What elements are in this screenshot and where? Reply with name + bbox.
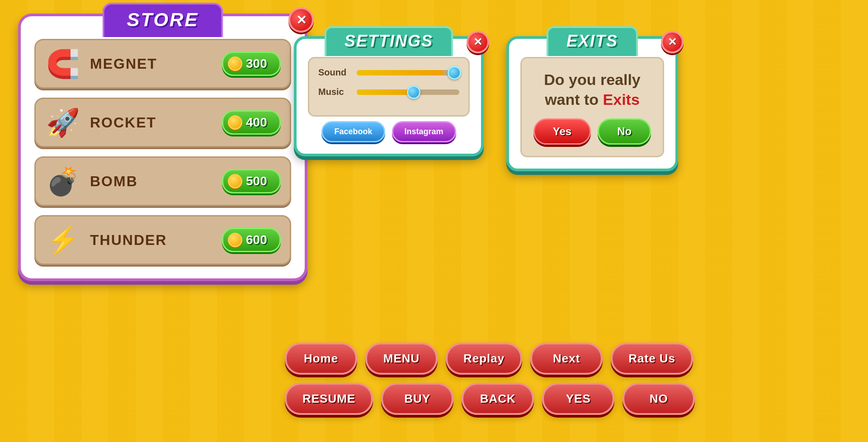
megnet-icon: 🧲 [45,46,81,82]
settings-title: SETTiNGS [344,32,433,50]
exits-action-buttons: Yes No [531,118,654,145]
bottom-row-2: RESUME BUY BACK YES NO [285,383,695,415]
settings-social-buttons: Facebook Instagram [308,121,470,142]
rocket-label: ROCKET [90,114,213,131]
store-item-thunder[interactable]: ⚡ THUNDER 600 [34,215,291,265]
coin-icon-bomb [228,174,242,188]
facebook-button[interactable]: Facebook [321,121,385,142]
exits-message: Do you really want to Exits [531,70,654,109]
store-item-bomb[interactable]: 💣 BOMB 500 [34,156,291,206]
sound-slider-fill [357,70,444,75]
yes-button[interactable]: YES [542,383,614,415]
no-button[interactable]: NO [623,383,695,415]
store-items-list: 🧲 MEGNET 300 🚀 ROCKET 400 💣 BOMB 500 [34,39,291,265]
settings-close-button[interactable]: ✕ [467,31,489,53]
thunder-label: THUNDER [90,232,213,249]
sound-slider-row: Sound [318,67,459,78]
exits-message-highlight: Exits [603,91,640,108]
rocket-icon: 🚀 [45,104,81,141]
bomb-label: BOMB [90,173,213,190]
exits-title-wrap: EXiTS [547,26,638,56]
exits-body: Do you really want to Exits Yes No [520,57,664,157]
coin-icon-rocket [228,115,242,130]
music-label: Music [318,87,350,97]
store-close-button[interactable]: ✕ [288,7,314,33]
thunder-price: 600 [222,228,281,252]
store-panel: STORE ✕ 🧲 MEGNET 300 🚀 ROCKET 400 💣 BOMB [18,14,307,281]
back-button[interactable]: BACK [462,383,534,415]
buy-button[interactable]: BUY [381,383,453,415]
next-button[interactable]: Next [530,343,603,375]
megnet-price: 300 [222,52,281,76]
menu-button[interactable]: MENU [365,343,438,375]
exits-no-button[interactable]: No [598,118,651,145]
coin-icon-thunder [228,233,242,247]
exits-close-button[interactable]: ✕ [661,31,684,53]
bomb-price-value: 500 [246,174,267,188]
settings-title-wrap: SETTiNGS [325,26,453,56]
replay-button[interactable]: Replay [446,343,522,375]
exits-title: EXiTS [566,32,618,50]
sound-slider[interactable] [357,70,459,75]
resume-button[interactable]: RESUME [285,383,373,415]
rocket-price: 400 [222,110,281,135]
settings-panel: SETTiNGS ✕ Sound Music Facebook Instagra… [294,36,484,156]
music-slider-thumb[interactable] [407,85,420,99]
coin-icon-megnet [228,56,242,71]
bottom-row-1: Home MENU Replay Next Rate Us [285,343,695,375]
megnet-label: MEGNET [90,56,213,72]
bomb-icon: 💣 [45,163,81,199]
store-title-wrap: STORE [103,3,223,37]
home-button[interactable]: Home [285,343,357,375]
rocket-price-value: 400 [246,115,267,130]
exits-panel: EXiTS ✕ Do you really want to Exits Yes … [506,36,678,171]
sound-label: Sound [318,67,350,78]
store-item-rocket[interactable]: 🚀 ROCKET 400 [34,98,291,147]
rate-us-button[interactable]: Rate Us [611,343,693,375]
music-slider[interactable] [357,89,459,95]
store-title: STORE [127,9,199,30]
sound-slider-thumb[interactable] [448,66,461,80]
store-item-megnet[interactable]: 🧲 MEGNET 300 [34,39,291,89]
exits-yes-button[interactable]: Yes [533,118,591,145]
megnet-price-value: 300 [246,56,267,71]
thunder-icon: ⚡ [45,222,81,258]
bottom-buttons: Home MENU Replay Next Rate Us RESUME BUY… [285,343,695,415]
thunder-price-value: 600 [246,233,267,247]
instagram-button[interactable]: Instagram [392,121,456,142]
settings-body: Sound Music [308,57,470,117]
bomb-price: 500 [222,169,281,193]
music-slider-row: Music [318,87,459,97]
